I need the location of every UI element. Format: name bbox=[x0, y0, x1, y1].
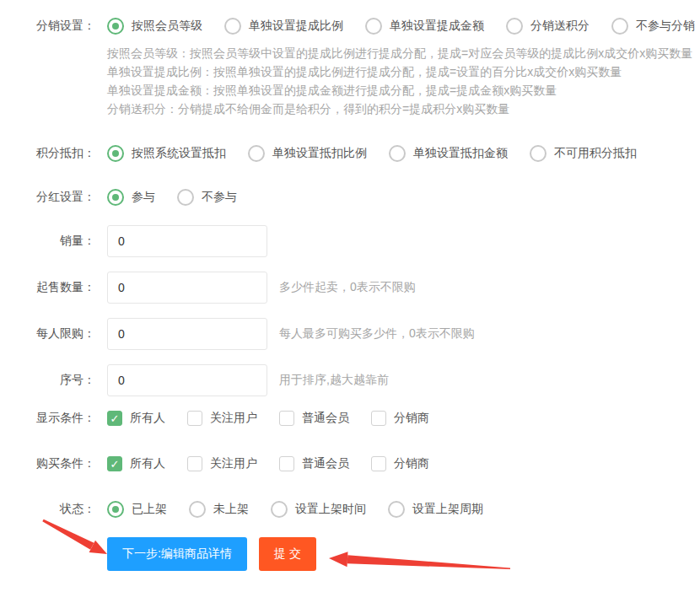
radio-selected-icon bbox=[107, 501, 124, 518]
buy-checkbox-everyone[interactable]: 所有人 bbox=[107, 456, 165, 471]
help-line: 分销送积分：分销提成不给佣金而是给积分，得到的积分=提成积分x购买数量 bbox=[107, 100, 692, 118]
radio-label: 单独设置抵扣比例 bbox=[272, 146, 367, 161]
radio-icon bbox=[271, 501, 288, 518]
radio-no-deduct[interactable]: 不可用积分抵扣 bbox=[530, 145, 637, 162]
status-radio-group: 已上架 未上架 设置上架时间 设置上架周期 bbox=[107, 501, 483, 518]
per-limit-label: 每人限购： bbox=[0, 326, 95, 342]
radio-label: 参与 bbox=[132, 190, 155, 205]
radio-shelf-time[interactable]: 设置上架时间 bbox=[271, 501, 366, 518]
radio-label: 不可用积分抵扣 bbox=[554, 146, 637, 161]
per-limit-hint: 每人最多可购买多少件，0表示不限购 bbox=[279, 326, 475, 342]
buy-checkbox-followers[interactable]: 关注用户 bbox=[187, 456, 257, 471]
points-deduction-label: 积分抵扣： bbox=[0, 146, 95, 161]
show-checkbox-member[interactable]: 普通会员 bbox=[279, 411, 349, 426]
radio-set-commission-amount[interactable]: 单独设置提成金额 bbox=[365, 18, 484, 35]
radio-icon bbox=[177, 189, 194, 206]
radio-label: 按照系统设置抵扣 bbox=[132, 146, 226, 161]
dividend-label: 分红设置： bbox=[0, 190, 95, 205]
checkbox-label: 所有人 bbox=[130, 456, 165, 471]
radio-off-shelf[interactable]: 未上架 bbox=[189, 501, 249, 518]
radio-label: 分销送积分 bbox=[530, 19, 590, 34]
radio-join-dividend[interactable]: 参与 bbox=[107, 189, 155, 206]
min-order-label: 起售数量： bbox=[0, 280, 95, 295]
radio-label: 不参与 bbox=[202, 190, 237, 205]
row-points-deduction: 积分抵扣： 按照系统设置抵扣 单独设置抵扣比例 单独设置抵扣金额 不可用积分抵扣 bbox=[0, 145, 637, 162]
row-show-condition: 显示条件： 所有人 关注用户 普通会员 分销商 bbox=[0, 411, 429, 426]
status-label: 状态： bbox=[0, 502, 95, 517]
checkbox-checked-icon bbox=[107, 456, 122, 471]
show-checkbox-everyone[interactable]: 所有人 bbox=[107, 411, 165, 426]
submit-button[interactable]: 提 交 bbox=[259, 537, 316, 571]
checkbox-label: 普通会员 bbox=[302, 456, 349, 471]
checkbox-icon bbox=[279, 411, 294, 426]
row-per-limit: 每人限购： 每人最多可购买多少件，0表示不限购 bbox=[0, 318, 475, 350]
radio-label: 已上架 bbox=[132, 502, 167, 517]
radio-points-reward[interactable]: 分销送积分 bbox=[506, 18, 590, 35]
radio-no-distribution[interactable]: 不参与分销 bbox=[611, 18, 695, 35]
radio-set-commission-ratio[interactable]: 单独设置提成比例 bbox=[224, 18, 343, 35]
radio-selected-icon bbox=[107, 145, 124, 162]
radio-label: 单独设置提成金额 bbox=[390, 19, 484, 34]
radio-not-join-dividend[interactable]: 不参与 bbox=[177, 189, 237, 206]
product-edit-form: 分销设置： 按照会员等级 单独设置提成比例 单独设置提成金额 分销送积分 不参与… bbox=[0, 0, 700, 592]
radio-icon bbox=[365, 18, 382, 35]
radio-label: 未上架 bbox=[213, 502, 249, 517]
per-limit-input[interactable] bbox=[107, 318, 267, 350]
radio-selected-icon bbox=[107, 18, 124, 35]
radio-icon bbox=[506, 18, 523, 35]
radio-icon bbox=[248, 145, 265, 162]
min-order-input[interactable] bbox=[107, 272, 267, 304]
checkbox-label: 普通会员 bbox=[302, 411, 349, 426]
checkbox-label: 分销商 bbox=[394, 456, 429, 471]
arrowhead-icon bbox=[329, 552, 348, 567]
help-line: 单独设置提成金额：按照单独设置的提成金额进行提成分配，提成=提成金额x购买数量 bbox=[107, 81, 692, 100]
radio-label: 单独设置提成比例 bbox=[249, 19, 343, 34]
buy-checkbox-distributor[interactable]: 分销商 bbox=[371, 456, 429, 471]
help-line: 单独设置提成比例：按照单独设置的提成比例进行提成分配，提成=设置的百分比x成交价… bbox=[107, 62, 692, 81]
row-status: 状态： 已上架 未上架 设置上架时间 设置上架周期 bbox=[0, 501, 483, 518]
radio-label: 单独设置抵扣金额 bbox=[413, 146, 508, 161]
buy-condition-checkbox-group: 所有人 关注用户 普通会员 分销商 bbox=[107, 456, 429, 471]
row-buy-condition: 购买条件： 所有人 关注用户 普通会员 分销商 bbox=[0, 456, 429, 471]
row-dividend-settings: 分红设置： 参与 不参与 bbox=[0, 189, 237, 206]
dividend-radio-group: 参与 不参与 bbox=[107, 189, 237, 206]
radio-member-level[interactable]: 按照会员等级 bbox=[107, 18, 202, 35]
checkbox-label: 关注用户 bbox=[210, 411, 257, 426]
next-step-button[interactable]: 下一步:编辑商品详情 bbox=[107, 537, 247, 571]
radio-shelf-cycle[interactable]: 设置上架周期 bbox=[388, 501, 483, 518]
radio-icon bbox=[224, 18, 241, 35]
radio-icon bbox=[189, 501, 206, 518]
checkbox-icon bbox=[371, 456, 386, 471]
radio-icon bbox=[389, 145, 406, 162]
arrow-to-submit-button bbox=[329, 552, 510, 569]
sort-label: 序号： bbox=[0, 373, 95, 388]
show-condition-label: 显示条件： bbox=[0, 411, 95, 426]
radio-label: 不参与分销 bbox=[636, 19, 695, 34]
radio-deduct-ratio[interactable]: 单独设置抵扣比例 bbox=[248, 145, 367, 162]
checkbox-icon bbox=[279, 456, 294, 471]
sales-input[interactable] bbox=[107, 225, 267, 257]
sort-input[interactable] bbox=[107, 364, 267, 396]
sales-label: 销量： bbox=[0, 234, 95, 249]
arrow-to-next-step-button bbox=[42, 519, 107, 554]
row-sort: 序号： 用于排序,越大越靠前 bbox=[0, 364, 389, 396]
min-order-hint: 多少件起卖，0表示不限购 bbox=[279, 280, 416, 295]
checkbox-label: 分销商 bbox=[394, 411, 429, 426]
distribution-help-text: 按照会员等级：按照会员等级中设置的提成比例进行提成分配，提成=对应会员等级的提成… bbox=[107, 44, 692, 118]
points-deduction-radio-group: 按照系统设置抵扣 单独设置抵扣比例 单独设置抵扣金额 不可用积分抵扣 bbox=[107, 145, 637, 162]
checkbox-checked-icon bbox=[107, 411, 122, 426]
checkbox-label: 所有人 bbox=[130, 411, 165, 426]
checkbox-icon bbox=[187, 456, 202, 471]
radio-system-deduct[interactable]: 按照系统设置抵扣 bbox=[107, 145, 226, 162]
radio-label: 设置上架时间 bbox=[295, 502, 366, 517]
radio-on-shelf[interactable]: 已上架 bbox=[107, 501, 167, 518]
buy-condition-label: 购买条件： bbox=[0, 456, 95, 471]
show-checkbox-distributor[interactable]: 分销商 bbox=[371, 411, 429, 426]
buy-checkbox-member[interactable]: 普通会员 bbox=[279, 456, 349, 471]
radio-label: 按照会员等级 bbox=[132, 19, 202, 34]
show-checkbox-followers[interactable]: 关注用户 bbox=[187, 411, 257, 426]
show-condition-checkbox-group: 所有人 关注用户 普通会员 分销商 bbox=[107, 411, 429, 426]
radio-deduct-amount[interactable]: 单独设置抵扣金额 bbox=[389, 145, 508, 162]
arrowhead-icon bbox=[89, 541, 107, 554]
row-distribution-settings: 分销设置： 按照会员等级 单独设置提成比例 单独设置提成金额 分销送积分 不参与… bbox=[0, 18, 695, 35]
